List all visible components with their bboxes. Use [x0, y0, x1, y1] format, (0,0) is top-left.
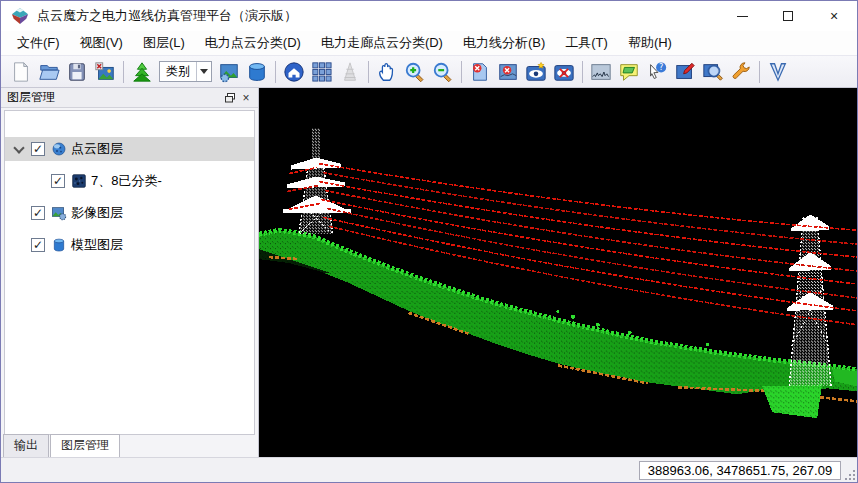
context-help-button[interactable]: ?	[643, 58, 671, 86]
tree-item-classified-cloud[interactable]: ✓ 7、8已分类-	[5, 169, 254, 193]
window-title: 点云魔方之电力巡线仿真管理平台（演示版）	[37, 7, 719, 25]
home-view-button[interactable]	[280, 58, 308, 86]
expander-chevron-icon[interactable]	[13, 142, 24, 153]
menu-help[interactable]: 帮助(H)	[618, 31, 682, 55]
zoom-in-button[interactable]	[401, 58, 429, 86]
menu-tools[interactable]: 工具(T)	[555, 31, 618, 55]
layer-panel-title: 图层管理	[7, 89, 222, 106]
render-settings-button[interactable]	[215, 58, 243, 86]
open-file-button[interactable]	[35, 58, 63, 86]
svg-text:?: ?	[659, 62, 663, 72]
tower-tool-button	[336, 58, 364, 86]
tab-layer-manager[interactable]: 图层管理	[50, 434, 120, 457]
classified-cloud-checkbox[interactable]: ✓	[51, 174, 65, 188]
menu-layer[interactable]: 图层(L)	[133, 31, 195, 55]
preview-inspect-button[interactable]	[699, 58, 727, 86]
tree-item-image-layer[interactable]: ✓ 影像图层	[5, 201, 254, 225]
toolbar-separator	[123, 61, 124, 83]
close-button[interactable]: ×	[811, 1, 857, 31]
zoom-out-button[interactable]	[429, 58, 457, 86]
vector-tool-button[interactable]	[764, 58, 792, 86]
tower-icon	[339, 61, 361, 83]
save-icon	[66, 61, 88, 83]
remove-class-page-button[interactable]	[466, 58, 494, 86]
magnifier-image-icon	[702, 61, 724, 83]
tree-item-label: 影像图层	[71, 204, 123, 222]
grid-view-button[interactable]	[308, 58, 336, 86]
home-icon	[283, 61, 305, 83]
category-dropdown[interactable]: 类别	[159, 61, 212, 82]
menu-file[interactable]: 文件(F)	[7, 31, 70, 55]
toolbar: 类别 ?	[1, 56, 857, 88]
menu-power-pointcloud-classify[interactable]: 电力点云分类(D)	[195, 31, 311, 55]
callout-icon	[618, 61, 640, 83]
las-pyramid-button[interactable]	[128, 58, 156, 86]
open-folder-icon	[38, 61, 60, 83]
eye-star-icon	[525, 61, 547, 83]
edit-classify-button[interactable]	[671, 58, 699, 86]
layer-panel-header: 图层管理 ×	[1, 88, 258, 108]
annotation-button[interactable]	[615, 58, 643, 86]
minimize-icon	[737, 16, 748, 17]
show-class-button[interactable]	[522, 58, 550, 86]
settings-button[interactable]	[727, 58, 755, 86]
model-layer-checkbox[interactable]: ✓	[31, 238, 45, 252]
toolbar-separator	[275, 61, 276, 83]
image-layer-checkbox[interactable]: ✓	[31, 206, 45, 220]
menu-corridor-pointcloud-classify[interactable]: 电力走廊点云分类(D)	[311, 31, 453, 55]
las-pyramid-icon	[131, 61, 153, 83]
tab-output[interactable]: 输出	[3, 434, 49, 457]
tree-item-pointcloud-layer[interactable]: ✓ 点云图层	[5, 137, 254, 161]
point-cloud-file-icon	[71, 173, 87, 189]
pan-hand-icon	[376, 61, 398, 83]
remove-class-page-icon	[469, 61, 491, 83]
pointcloud-layer-checkbox[interactable]: ✓	[31, 142, 45, 156]
3d-viewport[interactable]	[259, 88, 857, 457]
new-file-button[interactable]	[7, 58, 35, 86]
menu-view[interactable]: 视图(V)	[70, 31, 133, 55]
model-layer-icon	[51, 237, 67, 253]
maximize-icon	[783, 11, 793, 21]
save-button[interactable]	[63, 58, 91, 86]
title-bar: 点云魔方之电力巡线仿真管理平台（演示版） ×	[1, 1, 857, 31]
panel-close-icon: ×	[242, 91, 249, 105]
help-cursor-icon: ?	[646, 61, 668, 83]
tree-item-label: 7、8已分类-	[91, 172, 162, 190]
toolbar-separator	[582, 61, 583, 83]
zoom-out-icon	[432, 61, 454, 83]
database-button[interactable]	[243, 58, 271, 86]
v-shape-icon	[767, 61, 789, 83]
new-file-icon	[10, 61, 32, 83]
toolbar-separator	[759, 61, 760, 83]
profile-chart-icon	[590, 61, 612, 83]
remove-class-area-button[interactable]	[494, 58, 522, 86]
grid-icon	[311, 61, 333, 83]
pan-button[interactable]	[373, 58, 401, 86]
profile-button[interactable]	[587, 58, 615, 86]
panel-close-button[interactable]: ×	[238, 91, 254, 105]
menu-bar: 文件(F) 视图(V) 图层(L) 电力点云分类(D) 电力走廊点云分类(D) …	[1, 31, 857, 56]
export-image-button[interactable]	[91, 58, 119, 86]
toolbar-separator	[461, 61, 462, 83]
category-dropdown-value: 类别	[160, 63, 196, 80]
tree-item-label: 模型图层	[71, 236, 123, 254]
database-icon	[246, 61, 268, 83]
close-icon: ×	[830, 8, 838, 24]
toolbar-separator	[368, 61, 369, 83]
remove-class-area-icon	[497, 61, 519, 83]
menu-powerline-analysis[interactable]: 电力线分析(B)	[453, 31, 555, 55]
minimize-button[interactable]	[719, 1, 765, 31]
export-image-icon	[94, 61, 116, 83]
hide-class-button[interactable]	[550, 58, 578, 86]
float-window-icon	[224, 92, 236, 104]
chevron-down-icon	[200, 69, 208, 74]
point-cloud-layer-icon	[51, 141, 67, 157]
resize-grip[interactable]	[845, 470, 855, 480]
zoom-in-icon	[404, 61, 426, 83]
layer-tree: ✓ 点云图层 ✓ 7、8已分类- ✓ 影像图层 ✓ 模型图层	[4, 110, 255, 435]
dropdown-arrow-button[interactable]	[196, 62, 211, 81]
maximize-button[interactable]	[765, 1, 811, 31]
panel-float-button[interactable]	[222, 91, 238, 105]
layer-panel: 图层管理 × ✓ 点云图层 ✓ 7、8已分类- ✓	[1, 88, 259, 457]
tree-item-model-layer[interactable]: ✓ 模型图层	[5, 233, 254, 257]
